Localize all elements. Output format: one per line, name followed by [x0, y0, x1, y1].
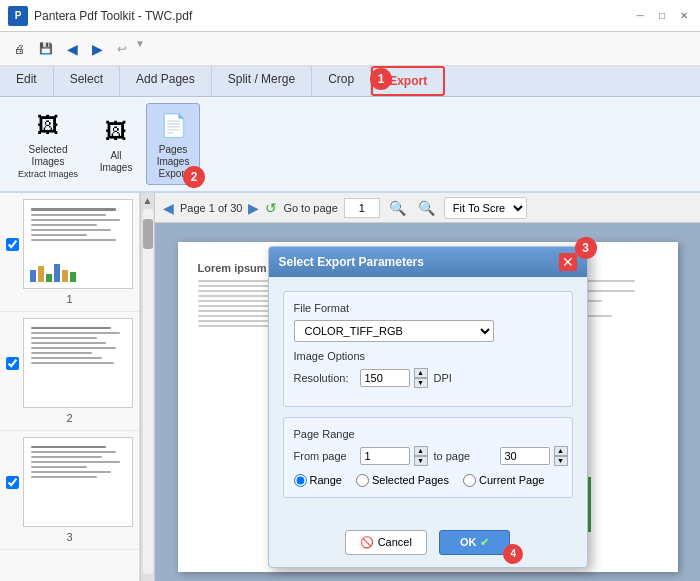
page-thumb-2[interactable]: 2 [0, 312, 139, 431]
ok-button[interactable]: OK ✔ 4 [439, 530, 511, 555]
file-format-row: COLOR_TIFF_RGB GRAYSCALE_TIFF PDF PNG JP… [294, 320, 562, 342]
ribbon: Edit Select Add Pages Split / Merge Crop… [0, 66, 700, 193]
cancel-button[interactable]: 🚫 Cancel [345, 530, 427, 555]
window-controls: ─ □ ✕ [632, 8, 692, 24]
dialog-overlay: 3 Select Export Parameters ✕ File Format… [155, 223, 700, 581]
resolution-down-button[interactable]: ▼ [414, 378, 428, 388]
dialog-footer: 🚫 Cancel OK ✔ 4 [269, 522, 587, 567]
current-page-radio[interactable] [463, 474, 476, 487]
range-radio[interactable] [294, 474, 307, 487]
selected-pages-radio[interactable] [356, 474, 369, 487]
page-range-radio-group: Range Selected Pages Current Page [294, 474, 562, 487]
tab-split-merge[interactable]: Split / Merge [212, 66, 312, 96]
back-button[interactable]: ◀ [61, 38, 84, 60]
from-to-row: From page ▲ ▼ to page [294, 446, 562, 466]
range-radio-item[interactable]: Range [294, 474, 342, 487]
from-page-spinner-buttons: ▲ ▼ [414, 446, 428, 466]
page-thumb-3[interactable]: 3 [0, 431, 139, 550]
refresh-button[interactable]: ↺ [265, 200, 277, 216]
from-page-spinner: ▲ ▼ [360, 446, 428, 466]
zoom-in-button[interactable]: 🔍 [415, 200, 438, 216]
dialog-close-button[interactable]: ✕ [559, 253, 577, 271]
print-button[interactable]: 🖨 [8, 38, 31, 60]
selected-pages-radio-label: Selected Pages [372, 474, 449, 486]
page-range-label: Page Range [294, 428, 562, 440]
cancel-label: Cancel [378, 536, 412, 548]
from-page-input[interactable] [360, 447, 410, 465]
tab-select[interactable]: Select [54, 66, 120, 96]
step-1-badge: 1 [370, 68, 392, 90]
prev-page-button[interactable]: ◀ [163, 200, 174, 216]
page-1-checkbox[interactable] [6, 238, 19, 251]
go-to-page-input[interactable] [344, 198, 380, 218]
page-3-thumbnail [23, 437, 133, 527]
ok-label: OK [460, 536, 477, 548]
selected-pages-radio-item[interactable]: Selected Pages [356, 474, 449, 487]
from-page-label: From page [294, 450, 354, 462]
selected-images-icon: 🖼 [30, 108, 66, 144]
tab-crop[interactable]: Crop [312, 66, 371, 96]
scroll-down-arrow[interactable]: ▼ [141, 576, 155, 581]
to-page-label: to page [434, 450, 494, 462]
file-format-label: File Format [294, 302, 562, 314]
minimize-button[interactable]: ─ [632, 8, 648, 24]
tab-add-pages[interactable]: Add Pages [120, 66, 212, 96]
page-range-section: Page Range From page ▲ ▼ [283, 417, 573, 498]
page-thumbnail-sidebar: 1 [0, 193, 140, 581]
scroll-up-arrow[interactable]: ▲ [141, 193, 155, 207]
page-3-checkbox[interactable] [6, 476, 19, 489]
viewer-toolbar: ◀ Page 1 of 30 ▶ ↺ Go to page 🔍 🔍 Fit To… [155, 193, 700, 223]
dropdown-arrow[interactable]: ▼ [135, 38, 145, 60]
all-images-button[interactable]: 🖼 AllImages [90, 110, 142, 178]
tab-edit[interactable]: Edit [0, 66, 54, 96]
to-page-spinner-buttons: ▲ ▼ [554, 446, 568, 466]
all-images-icon: 🖼 [98, 114, 134, 150]
selected-images-button[interactable]: 🖼 SelectedImagesExtract Images [10, 104, 86, 184]
step-3-badge: 3 [575, 237, 597, 259]
dialog-title: Select Export Parameters [279, 255, 424, 269]
to-page-up[interactable]: ▲ [554, 446, 568, 456]
export-parameters-dialog: 3 Select Export Parameters ✕ File Format… [268, 246, 588, 568]
from-page-up[interactable]: ▲ [414, 446, 428, 456]
resolution-spinner: ▲ ▼ [360, 368, 428, 388]
file-format-select[interactable]: COLOR_TIFF_RGB GRAYSCALE_TIFF PDF PNG JP… [294, 320, 494, 342]
undo-button[interactable]: ↩ [111, 38, 133, 60]
all-images-label: AllImages [100, 150, 133, 174]
forward-button[interactable]: ▶ [86, 38, 109, 60]
pages-images-export-button[interactable]: 📄 PagesImagesExport 2 [146, 103, 200, 185]
app-logo: P [8, 6, 28, 26]
dialog-body: File Format COLOR_TIFF_RGB GRAYSCALE_TIF… [269, 277, 587, 522]
save-button[interactable]: 💾 [33, 38, 59, 60]
maximize-button[interactable]: □ [654, 8, 670, 24]
range-radio-label: Range [310, 474, 342, 486]
scroll-thumb[interactable] [143, 219, 153, 249]
title-bar: P Pantera Pdf Toolkit - TWC.pdf ─ □ ✕ [0, 0, 700, 32]
to-page-input[interactable] [500, 447, 550, 465]
resolution-input[interactable] [360, 369, 410, 387]
pages-images-icon: 📄 [155, 108, 191, 144]
next-page-button[interactable]: ▶ [248, 200, 259, 216]
page-thumb-1[interactable]: 1 [0, 193, 139, 312]
main-container: 1 [0, 193, 700, 581]
zoom-select[interactable]: Fit To Scre [444, 197, 527, 219]
sidebar-area: 1 [0, 193, 155, 581]
zoom-out-button[interactable]: 🔍 [386, 200, 409, 216]
page-2-thumbnail [23, 318, 133, 408]
image-options-label: Image Options [294, 350, 562, 362]
ok-icon: ✔ [480, 536, 489, 549]
viewer-content: Lorem ipsum [155, 223, 700, 581]
step-4-badge: 4 [503, 544, 523, 564]
dpi-label: DPI [434, 372, 494, 384]
ribbon-tabs: Edit Select Add Pages Split / Merge Crop… [0, 66, 700, 97]
file-format-section: File Format COLOR_TIFF_RGB GRAYSCALE_TIF… [283, 291, 573, 407]
ribbon-content: 🖼 SelectedImagesExtract Images 🖼 AllImag… [0, 97, 700, 191]
current-page-radio-item[interactable]: Current Page [463, 474, 544, 487]
selected-images-label: SelectedImagesExtract Images [18, 144, 78, 180]
page-2-checkbox[interactable] [6, 357, 19, 370]
close-window-button[interactable]: ✕ [676, 8, 692, 24]
from-page-down[interactable]: ▼ [414, 456, 428, 466]
scroll-track [143, 209, 153, 574]
resolution-up-button[interactable]: ▲ [414, 368, 428, 378]
sidebar-scrollbar[interactable]: ▲ ▼ [140, 193, 154, 581]
to-page-down[interactable]: ▼ [554, 456, 568, 466]
